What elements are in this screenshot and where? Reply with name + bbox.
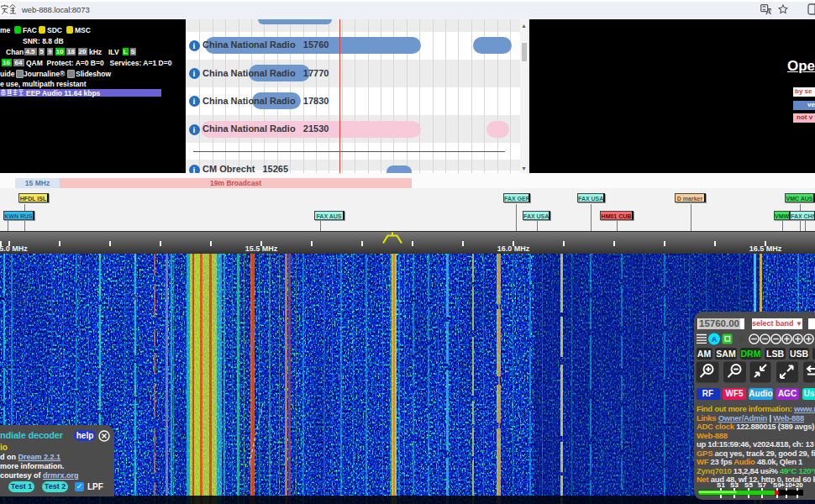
svg-text:S3: S3 (730, 481, 739, 489)
svg-text:A: A (712, 334, 718, 344)
svg-text:+20: +20 (791, 481, 803, 489)
svg-text:S7: S7 (758, 481, 766, 489)
svg-text:S1: S1 (717, 481, 725, 489)
svg-text:S5: S5 (744, 481, 753, 489)
svg-text:+10: +10 (781, 481, 792, 489)
